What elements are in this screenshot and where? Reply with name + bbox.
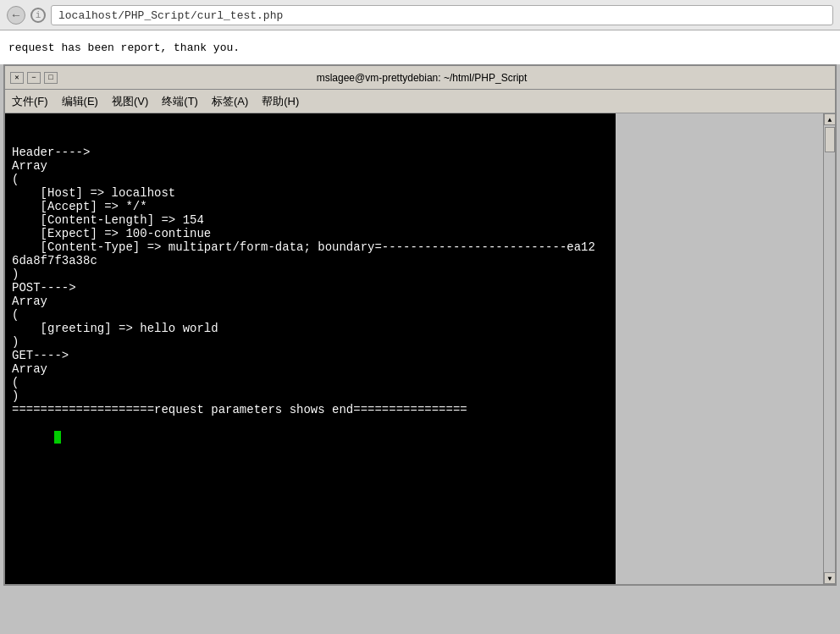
menu-tabs[interactable]: 标签(A) [212, 94, 248, 109]
terminal-body[interactable]: Header----> Array ( [Host] => localhost … [5, 113, 616, 584]
cursor [54, 431, 61, 444]
menu-terminal[interactable]: 终端(T) [162, 94, 198, 109]
browser-bar: ← i localhost/PHP_Script/curl_test.php [0, 0, 840, 30]
info-icon: i [30, 8, 46, 23]
minimize-button[interactable]: − [27, 72, 41, 84]
terminal-window: ✕ − □ mslagee@vm-prettydebian: ~/html/PH… [3, 64, 837, 586]
menu-edit[interactable]: 编辑(E) [62, 94, 98, 109]
terminal-titlebar: ✕ − □ mslagee@vm-prettydebian: ~/html/PH… [5, 66, 835, 90]
close-button[interactable]: ✕ [10, 72, 24, 84]
menu-file[interactable]: 文件(F) [12, 94, 48, 109]
menu-view[interactable]: 视图(V) [112, 94, 148, 109]
scrollbar-thumb[interactable] [825, 127, 835, 152]
scrollbar[interactable]: ▲ ▼ [823, 113, 835, 584]
back-button[interactable]: ← [7, 6, 25, 25]
scroll-up-button[interactable]: ▲ [824, 113, 836, 125]
terminal-content: Header----> Array ( [Host] => localhost … [12, 146, 609, 416]
response-text: request has been report, thank you. [8, 41, 240, 54]
response-area: request has been report, thank you. [0, 30, 840, 64]
terminal-body-container: Header----> Array ( [Host] => localhost … [5, 113, 835, 584]
maximize-button[interactable]: □ [44, 72, 58, 84]
terminal-menubar: 文件(F) 编辑(E) 视图(V) 终端(T) 标签(A) 帮助(H) [5, 90, 835, 113]
titlebar-controls: ✕ − □ [10, 72, 58, 84]
terminal-title: mslagee@vm-prettydebian: ~/html/PHP_Scri… [317, 72, 528, 84]
menu-help[interactable]: 帮助(H) [262, 94, 299, 109]
url-bar[interactable]: localhost/PHP_Script/curl_test.php [51, 5, 833, 25]
scroll-down-button[interactable]: ▼ [824, 572, 836, 584]
